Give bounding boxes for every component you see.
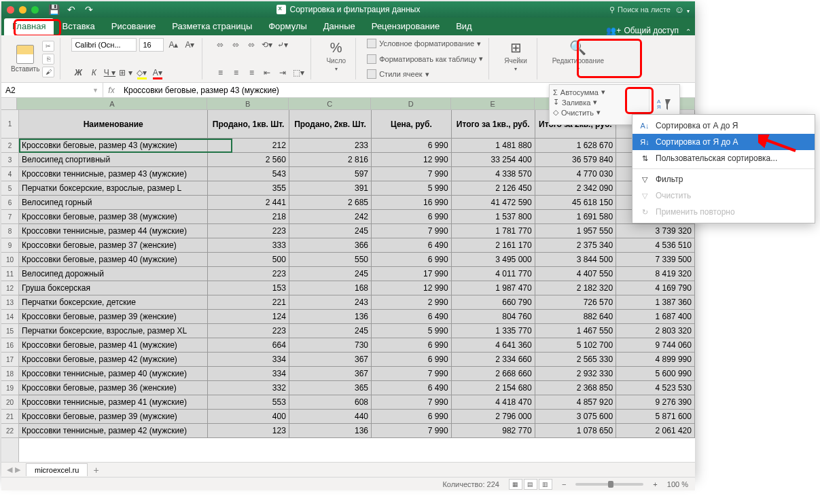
row-header[interactable]: 20 <box>1 395 18 410</box>
row-header[interactable]: 4 <box>1 167 18 181</box>
cell[interactable]: 8 419 320 <box>616 267 695 281</box>
ribbon-tab-4[interactable]: Формулы <box>260 18 315 35</box>
cell[interactable]: 2 061 420 <box>616 424 695 438</box>
ribbon-tab-0[interactable]: Главная <box>4 18 54 35</box>
window-zoom[interactable] <box>31 6 39 14</box>
collapse-ribbon-icon[interactable]: ⌃ <box>685 28 691 35</box>
cell[interactable]: 7 990 <box>372 167 452 181</box>
font-size-select[interactable] <box>139 38 164 52</box>
cell[interactable]: 500 <box>208 253 289 267</box>
ribbon-tab-5[interactable]: Данные <box>315 18 363 35</box>
format-as-table-button[interactable]: Форматировать как таблицу ▾ <box>367 54 483 65</box>
row-header[interactable]: 16 <box>1 338 18 353</box>
cell[interactable]: 5 871 600 <box>616 410 695 424</box>
cell[interactable]: 334 <box>208 367 289 381</box>
cell[interactable]: 4 338 570 <box>452 167 535 181</box>
number-format-button[interactable]: % Число▾ <box>322 38 350 73</box>
cell[interactable]: 804 760 <box>452 310 535 324</box>
ribbon-tab-3[interactable]: Разметка страницы <box>164 18 260 35</box>
sheet-search[interactable]: ⚲ Поиск на листе <box>609 5 671 14</box>
cell[interactable]: 245 <box>289 324 372 338</box>
format-painter-button[interactable]: 🖌 <box>42 67 54 77</box>
cell[interactable]: 245 <box>289 224 372 238</box>
cell[interactable]: Кроссовки беговые, размер 43 (мужские) <box>19 139 208 153</box>
qat-undo-icon[interactable]: ↶ <box>66 4 77 15</box>
cell[interactable]: Перчатки боксерские, детские <box>19 295 208 310</box>
cell[interactable]: 664 <box>208 338 289 353</box>
header-cell[interactable]: Продано, 1кв. Шт. <box>208 110 289 139</box>
fill-button[interactable]: ↧Заливка ▾ <box>552 97 649 107</box>
col-header[interactable]: D <box>371 98 451 109</box>
cell[interactable]: 2 154 680 <box>452 381 535 395</box>
cell[interactable]: 7 990 <box>372 367 452 381</box>
merge-button[interactable]: ⬚▾ <box>291 66 305 79</box>
cell-styles-button[interactable]: Стили ячеек ▾ <box>367 69 429 79</box>
custom-sort-item[interactable]: ⇅Пользовательская сортировка... <box>632 150 815 166</box>
cell[interactable]: 2 816 <box>289 153 372 167</box>
row-header[interactable]: 8 <box>1 224 18 238</box>
cell[interactable]: 9 744 060 <box>616 338 695 353</box>
cell[interactable]: 597 <box>289 167 372 181</box>
cell[interactable]: 136 <box>289 424 372 438</box>
cell[interactable]: 4 899 990 <box>616 353 695 367</box>
cell[interactable]: 1 781 770 <box>452 224 535 238</box>
row-header[interactable]: 1 <box>1 110 18 139</box>
share-button[interactable]: 👥+ Общий доступ <box>606 26 679 35</box>
row-header[interactable]: 21 <box>1 410 18 424</box>
cell[interactable]: 400 <box>208 410 289 424</box>
ribbon-tab-6[interactable]: Рецензирование <box>363 18 448 35</box>
cell[interactable]: 334 <box>208 353 289 367</box>
row-header[interactable]: 19 <box>1 381 18 395</box>
cell[interactable]: 1 691 580 <box>535 210 616 224</box>
cell[interactable]: 2 932 330 <box>535 367 616 381</box>
window-close[interactable] <box>7 6 14 14</box>
cell[interactable]: 242 <box>289 210 372 224</box>
align-bottom-button[interactable]: ⬄ <box>245 38 258 52</box>
cell[interactable]: 5 990 <box>372 181 452 196</box>
cell[interactable]: 212 <box>208 139 289 153</box>
cell[interactable]: Кроссовки теннисные, размер 43 (мужские) <box>19 167 208 181</box>
cell[interactable]: Перчатки боксерские, взрослые, размер XL <box>19 324 208 338</box>
cell[interactable]: 124 <box>208 310 289 324</box>
cell[interactable]: 2 796 000 <box>452 410 535 424</box>
align-middle-button[interactable]: ⬄ <box>229 38 243 52</box>
cell[interactable]: Кроссовки теннисные, размер 40 (мужские) <box>19 367 208 381</box>
row-header[interactable]: 22 <box>1 424 18 438</box>
orientation-button[interactable]: ⟲▾ <box>260 38 274 52</box>
cell[interactable]: 3 844 500 <box>535 253 616 267</box>
header-cell[interactable]: Цена, руб. <box>372 110 452 139</box>
cell[interactable]: 16 990 <box>372 196 452 210</box>
increase-font-button[interactable]: A▴ <box>166 38 180 52</box>
add-sheet-button[interactable]: + <box>88 465 104 475</box>
cell[interactable]: 543 <box>208 167 289 181</box>
cell[interactable]: 5 102 700 <box>535 338 616 353</box>
cell[interactable]: Кроссовки беговые, размер 40 (мужские) <box>19 253 208 267</box>
cell[interactable]: 367 <box>289 353 372 367</box>
cell[interactable]: 6 990 <box>372 210 452 224</box>
cell[interactable]: 2 368 850 <box>535 381 616 395</box>
cell[interactable]: 36 579 840 <box>535 153 616 167</box>
cell[interactable]: 608 <box>289 395 372 410</box>
cell[interactable]: 223 <box>208 324 289 338</box>
cell[interactable]: 2 441 <box>208 196 289 210</box>
copy-button[interactable]: ⎘ <box>42 54 54 65</box>
cell[interactable]: 1 335 770 <box>452 324 535 338</box>
cell[interactable]: 2 668 660 <box>452 367 535 381</box>
cell[interactable]: 6 990 <box>372 338 452 353</box>
sheet-next-button[interactable]: ▶ <box>15 465 20 474</box>
cell[interactable]: 1 481 880 <box>452 139 535 153</box>
row-header[interactable]: 11 <box>1 267 18 281</box>
cell[interactable]: 6 990 <box>372 410 452 424</box>
cell[interactable]: 5 990 <box>372 324 452 338</box>
cell[interactable]: 982 770 <box>452 424 535 438</box>
cell[interactable]: 1 078 650 <box>535 424 616 438</box>
col-header[interactable]: B <box>207 98 289 109</box>
sort-za-item[interactable]: Я↓Сортировка от Я до А <box>632 134 815 150</box>
cell[interactable]: 333 <box>208 238 289 253</box>
view-normal-button[interactable]: ▦ <box>509 479 522 490</box>
cell[interactable]: 4 011 770 <box>452 267 535 281</box>
cell[interactable]: 6 490 <box>372 238 452 253</box>
cell[interactable]: Кроссовки беговые, размер 39 (мужские) <box>19 410 208 424</box>
cell[interactable]: Кроссовки беговые, размер 42 (мужские) <box>19 353 208 367</box>
cell[interactable]: 2 990 <box>372 295 452 310</box>
